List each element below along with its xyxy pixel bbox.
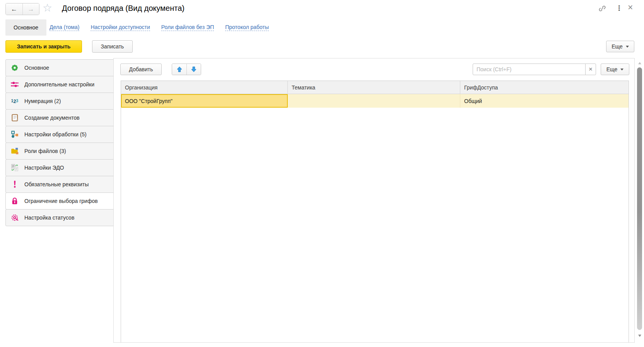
sidebar-item-edo-settings[interactable]: Настройки ЭДО [5,159,114,176]
grif-restriction-panel: Добавить × Еще [113,58,635,343]
sidebar-item-document-creation[interactable]: Создание документов [5,109,114,126]
sidebar-item-label: Настройка статусов [24,215,74,221]
save-and-close-label: Записать и закрыть [17,43,71,50]
sidebar-item-label: Роли файлов (3) [24,148,66,154]
table-header: Организация Тематика ГрифДоступа [121,81,629,94]
column-header-theme[interactable]: Тематика [288,81,460,94]
add-button[interactable]: Добавить [120,64,162,75]
tab-links: Дела (тома) Настройки доступности Роли ф… [50,19,269,36]
chevron-down-icon [626,46,629,48]
arrow-up-icon [176,66,183,72]
forward-icon: → [28,5,34,13]
form-more-button[interactable]: Еще [606,41,634,52]
sidebar-item-label: Ограничение выбора грифов [24,198,98,204]
sidebar-item-required-attributes[interactable]: Обязательные реквизиты [5,176,114,193]
history-nav-group: ← → [5,3,39,15]
folder-icon [10,146,19,156]
sidebar-item-processing-settings[interactable]: Настройки обработки (5) [5,126,114,143]
document-icon [10,113,19,122]
back-button[interactable]: ← [6,3,22,15]
favorite-star-icon[interactable]: ☆ [43,2,52,14]
list-more-button[interactable]: Еще [601,64,629,75]
sidebar-item-label: Настройки ЭДО [24,165,64,171]
page-title: Договор подряда (Вид документа) [62,4,184,13]
sidebar-item-label: Создание документов [24,115,80,121]
search-group: × [473,64,596,75]
doc-exchange-icon [10,163,19,172]
lock-icon [10,196,19,206]
back-icon: ← [11,5,17,13]
close-icon[interactable]: × [628,2,633,13]
sidebar-item-label: Дополнительные настройки [24,81,94,88]
list-more-label: Еще [606,66,618,72]
sidebar-item-label: Основное [24,65,49,71]
sidebar-item-file-roles[interactable]: Роли файлов (3) [5,143,114,160]
form-more-label: Еще [612,43,623,50]
search-input[interactable] [473,64,586,75]
exclamation-icon [10,180,19,189]
scroll-down-icon[interactable] [638,335,641,337]
tab-link-cases[interactable]: Дела (тома) [50,24,79,31]
table-row[interactable]: ООО "СтройГрупп" Общий [121,94,629,108]
sidebar-item-label: Обязательные реквизиты [24,181,89,187]
gear-icon [10,63,19,72]
sidebar-item-main[interactable]: Основное [5,59,114,76]
arrow-down-icon [191,66,197,72]
tab-link-work-protocol[interactable]: Протокол работы [225,24,269,31]
tab-link-file-roles-no-sig[interactable]: Роли файлов без ЭП [161,24,214,31]
tab-link-accessibility[interactable]: Настройки доступности [91,24,150,31]
sidebar-item-label: Настройки обработки (5) [24,131,87,137]
clear-icon: × [589,65,593,73]
get-link-icon[interactable] [598,4,606,13]
column-header-grif[interactable]: ГрифДоступа [460,81,629,94]
cell-organization[interactable]: ООО "СтройГрупп" [121,94,288,108]
sidebar: Основное Дополнительные настройки 123 Ну… [5,59,114,226]
move-up-button[interactable] [172,64,186,75]
cell-theme[interactable] [288,94,460,108]
scroll-up-icon[interactable] [638,62,641,64]
grif-table: Организация Тематика ГрифДоступа ООО "Ст… [121,81,629,342]
sliders-icon [10,80,19,89]
stamp-icon [10,213,19,222]
save-label: Записать [101,43,124,50]
sidebar-item-grif-restriction[interactable]: Ограничение выбора грифов [5,192,114,210]
add-label: Добавить [129,66,153,72]
numbering-icon: 123 [10,96,19,106]
move-down-button[interactable] [186,64,201,75]
sidebar-item-label: Нумерация (2) [24,98,61,104]
save-and-close-button[interactable]: Записать и закрыть [5,40,82,53]
sidebar-item-numbering[interactable]: 123 Нумерация (2) [5,93,114,110]
chevron-down-icon [620,69,624,70]
sidebar-item-status-settings[interactable]: Настройка статусов [5,209,114,226]
flowchart-icon [10,130,19,139]
tab-main[interactable]: Основное [5,19,46,36]
forward-button[interactable]: → [22,3,39,15]
cell-grif[interactable]: Общий [460,94,629,108]
column-header-organization[interactable]: Организация [121,81,288,94]
reorder-group [172,64,201,75]
document-type-form: ← → ☆ Договор подряда (Вид документа) ⋮ … [0,0,644,347]
save-button[interactable]: Записать [92,40,133,53]
sidebar-item-additional-settings[interactable]: Дополнительные настройки [5,76,114,93]
search-clear-button[interactable]: × [585,64,596,75]
more-menu-icon[interactable]: ⋮ [616,4,623,12]
scrollbar-thumb[interactable] [637,67,642,330]
